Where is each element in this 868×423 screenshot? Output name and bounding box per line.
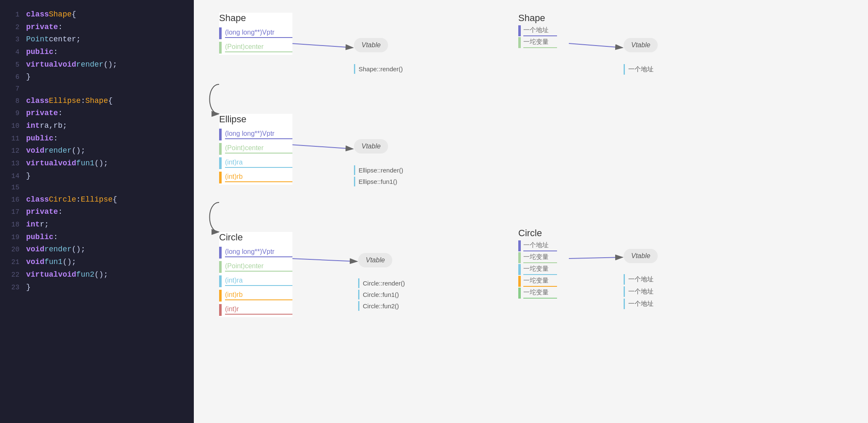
code-token: public [26, 132, 54, 145]
field-text: (int)rb [225, 173, 292, 182]
field-bar [219, 157, 222, 169]
line-number: 22 [4, 269, 19, 280]
field-text: (Point)center [225, 144, 292, 154]
field-text: (int)r [225, 305, 292, 315]
vtable-entries: Shape::render() [354, 63, 406, 75]
line-number: 4 [4, 47, 19, 58]
vtable-box: Vtable [354, 139, 388, 154]
vtable-entries: Circle::render()Circle::fun1()Circle::fu… [358, 278, 408, 312]
line-number: 6 [4, 72, 19, 83]
field-text: (int)ra [225, 277, 292, 286]
simple-field-text: 一个地址 [523, 240, 557, 251]
code-token: private [26, 206, 58, 218]
code-token: (); [72, 243, 85, 256]
class-box: Circle(long long**)Vptr(Point)center(int… [219, 232, 292, 317]
field-row: (Point)center [219, 261, 292, 273]
field-row: (int)rb [219, 172, 292, 183]
line-number: 10 [4, 121, 19, 132]
code-token: public [26, 231, 54, 244]
code-token: { [72, 8, 76, 21]
vtable-entry: Circle::fun2() [358, 301, 408, 311]
code-token: : [58, 206, 63, 218]
vtable-entries: Ellipse::render()Ellipse::fun1() [354, 164, 407, 187]
simple-bar [518, 276, 521, 287]
code-token: render [44, 145, 72, 157]
code-token: public [26, 46, 54, 59]
code-line: 8class Ellipse : Shape{ [4, 95, 190, 108]
line-number: 16 [4, 194, 19, 205]
field-text: (Point)center [225, 262, 292, 272]
class-box: Shape(long long**)Vptr(Point)center [219, 13, 292, 55]
vtable-entry: Circle::render() [358, 278, 408, 288]
line-number: 23 [4, 282, 19, 293]
code-line: 14} [4, 170, 190, 183]
code-token: : [54, 231, 58, 244]
code-line: 6} [4, 71, 190, 84]
field-row: (int)ra [219, 157, 292, 169]
code-token: Point [26, 33, 49, 46]
simple-row: 一坨变量 [518, 276, 557, 287]
code-token: { [108, 95, 113, 108]
field-bar [219, 42, 222, 54]
vtable-box: Vtable [358, 253, 392, 267]
code-token: (); [104, 59, 117, 71]
field-text: (int)ra [225, 159, 292, 168]
code-line: 2private: [4, 21, 190, 34]
code-token: void [58, 157, 76, 170]
vtable-entry: Circle::fun1() [358, 290, 408, 299]
line-number: 7 [4, 84, 19, 94]
field-bar [219, 247, 222, 259]
vtable-entry: Ellipse::render() [354, 165, 407, 175]
code-token: void [26, 256, 44, 269]
code-token: virtual [26, 269, 58, 281]
simple-field-text: 一坨变量 [523, 37, 557, 48]
vtable-entry: 一个地址 [624, 274, 657, 285]
code-token: } [26, 71, 31, 84]
simple-row: 一坨变量 [518, 264, 557, 275]
code-token: virtual [26, 59, 58, 71]
code-line: 23} [4, 281, 190, 294]
code-token: private [26, 107, 58, 120]
code-token: Circle [49, 194, 76, 206]
simple-class-box: Shape一个地址一坨变量 [518, 13, 557, 49]
field-text: (int)rb [225, 291, 292, 300]
code-token: void [26, 243, 44, 256]
code-line: 7 [4, 84, 190, 94]
code-token: class [26, 95, 49, 108]
code-token: (); [94, 157, 108, 170]
vtable-entries: 一个地址一个地址一个地址 [624, 273, 657, 310]
code-token: (); [94, 269, 108, 281]
simple-bar [518, 252, 521, 263]
simple-field-text: 一个地址 [523, 25, 557, 36]
code-token: render [76, 59, 104, 71]
code-token: private [26, 21, 58, 34]
line-number: 8 [4, 96, 19, 107]
line-number: 17 [4, 207, 19, 218]
line-number: 20 [4, 244, 19, 255]
code-token: fun2 [76, 269, 94, 281]
simple-label: Shape [518, 13, 557, 24]
simple-bar [518, 288, 521, 299]
code-token: fun1 [76, 157, 94, 170]
code-line: 19public: [4, 231, 190, 244]
code-token: int [26, 218, 40, 231]
line-number: 11 [4, 133, 19, 144]
simple-row: 一个地址 [518, 240, 557, 251]
code-line: 21 void fun1(); [4, 256, 190, 269]
code-token: Shape [85, 95, 108, 108]
code-token: void [26, 145, 44, 157]
field-row: (long long**)Vptr [219, 129, 292, 140]
code-token: virtual [26, 157, 58, 170]
code-line: 18 int r; [4, 218, 190, 231]
class-label: Circle [219, 232, 292, 243]
field-bar [219, 129, 222, 140]
code-token: int [26, 120, 40, 132]
simple-row: 一坨变量 [518, 252, 557, 263]
line-number: 5 [4, 59, 19, 70]
vtable-entries: 一个地址 [624, 63, 657, 75]
code-line: 13 virtual void fun1(); [4, 157, 190, 170]
simple-field-text: 一坨变量 [523, 264, 557, 275]
code-line: 10 int ra,rb; [4, 120, 190, 132]
field-row: (int)rb [219, 290, 292, 302]
code-token: : [54, 46, 58, 59]
